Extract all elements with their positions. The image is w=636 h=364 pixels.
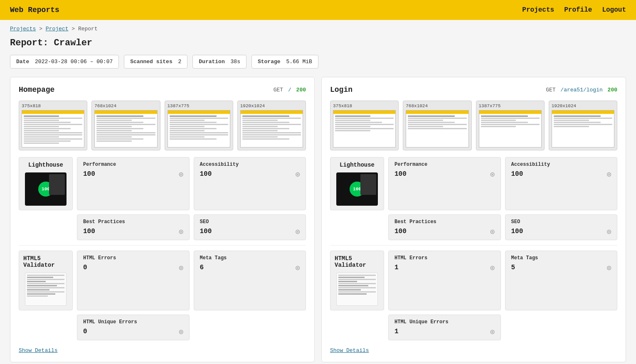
nav-projects[interactable]: Projects [522,6,554,14]
login-screenshot-375: 375x818 [330,101,399,150]
login-screenshot-1387: 1387x775 [476,101,545,150]
login-card: Login GET /area51/login 200 375x818 [321,77,626,362]
login-placeholder [505,315,618,340]
stat-storage: Storage 5.66 MiB [251,55,318,69]
stat-scanned-sites: Scanned sites 2 [124,55,187,69]
login-header: Login GET /area51/login 200 [330,86,617,94]
homepage-title: Homepage [19,86,54,94]
breadcrumb-project[interactable]: Project [46,26,69,32]
homepage-card: Homepage GET / 200 375x818 [10,77,315,362]
homepage-screenshots: 375x818 [19,101,306,150]
lh-mini-screen [49,174,65,195]
homepage-accessibility: Accessibility 100 ◎ [194,157,306,210]
breadcrumb: Projects > Project > Report [0,20,636,35]
screenshot-768: 768x1024 [91,101,160,150]
login-seo-icon: ◎ [607,227,611,236]
login-preview-1920 [552,110,614,148]
validator-logo-box: HTML5 Validator [19,251,73,310]
screenshot-375: 375x818 [19,101,87,150]
login-validator-logo-box: HTML5 Validator [330,251,384,310]
login-unique-errors-icon: ◎ [491,327,495,336]
login-preview-1387 [479,110,542,148]
login-method: GET /area51/login 200 [546,87,617,93]
login-screenshot-1920: 1920x1024 [549,101,617,150]
login-title: Login [330,86,353,94]
homepage-show-details: Show Details [19,347,306,354]
stat-date: Date 2022-03-28 00:06 – 00:07 [10,55,119,69]
login-screenshots: 375x818 768x1024 [330,101,617,150]
login-html-errors-icon: ◎ [491,263,495,272]
breadcrumb-report: Report [78,26,98,32]
homepage-unique-errors: HTML Unique Errors 0 ◎ [77,315,190,340]
login-screenshot-768: 768x1024 [403,101,471,150]
lighthouse-img: 100 [25,172,67,206]
login-lh-mini-screen [360,174,376,195]
login-lighthouse-img: 100 [336,172,378,206]
login-validator: HTML5 Validator HTML [330,251,617,340]
accessibility-icon: ◎ [296,170,300,178]
login-meta-tags: Meta Tags 5 ◎ [505,251,618,310]
login-preview-375 [333,110,396,148]
preview-1920 [240,110,303,148]
app-title: Web Reports [10,6,59,14]
login-preview-768 [406,110,468,148]
preview-375 [22,110,84,148]
best-practices-icon: ◎ [179,227,183,236]
login-show-details-link[interactable]: Show Details [330,347,369,354]
screenshot-1387: 1387x775 [165,101,233,150]
homepage-performance: Performance 100 ◎ [77,157,190,210]
login-best-practices: Best Practices 100 ◎ [388,214,501,240]
homepage-placeholder [194,315,306,340]
html-errors-icon: ◎ [179,263,183,272]
seo-icon: ◎ [296,227,300,236]
homepage-header: Homepage GET / 200 [19,86,306,94]
cards-container: Homepage GET / 200 375x818 [0,77,636,364]
screenshot-1920: 1920x1024 [237,101,306,150]
homepage-method: GET / 200 [274,87,306,93]
login-lighthouse: Lighthouse 100 Performance 100 ◎ Accessi… [330,157,617,240]
login-lighthouse-logo-box: Lighthouse 100 [330,157,384,210]
login-accessibility-icon: ◎ [607,170,611,178]
homepage-html-errors: HTML Errors 0 ◎ [77,251,190,310]
page-title: Report: Crawler [0,35,636,55]
stats-bar: Date 2022-03-28 00:06 – 00:07 Scanned si… [0,55,636,77]
header-nav: Projects Profile Logout [522,6,626,14]
homepage-seo: SEO 100 ◎ [194,214,306,240]
login-performance-icon: ◎ [491,170,495,178]
login-meta-tags-icon: ◎ [607,263,611,272]
preview-768 [94,110,157,148]
homepage-meta-tags: Meta Tags 6 ◎ [194,251,306,310]
stat-duration: Duration 38s [192,55,247,69]
login-html-errors: HTML Errors 1 ◎ [388,251,501,310]
login-performance: Performance 100 ◎ [388,157,501,210]
login-unique-errors: HTML Unique Errors 1 ◎ [388,315,501,340]
nav-profile[interactable]: Profile [564,6,592,14]
meta-tags-icon: ◎ [296,263,300,272]
nav-logout[interactable]: Logout [602,6,626,14]
lighthouse-logo-box: Lighthouse 100 [19,157,73,210]
login-seo: SEO 100 ◎ [505,214,618,240]
homepage-show-details-link[interactable]: Show Details [19,347,58,354]
login-best-practices-icon: ◎ [491,227,495,236]
performance-icon: ◎ [179,170,183,178]
login-show-details: Show Details [330,347,617,354]
preview-1387 [168,110,230,148]
homepage-lighthouse: Lighthouse 100 Performance 100 ◎ [19,157,306,240]
homepage-validator: HTML5 Validator [19,251,306,340]
breadcrumb-projects[interactable]: Projects [10,26,36,32]
login-accessibility: Accessibility 100 ◎ [505,157,618,210]
unique-errors-icon: ◎ [179,327,183,336]
header: Web Reports Projects Profile Logout [0,0,636,20]
homepage-best-practices: Best Practices 100 ◎ [77,214,190,240]
